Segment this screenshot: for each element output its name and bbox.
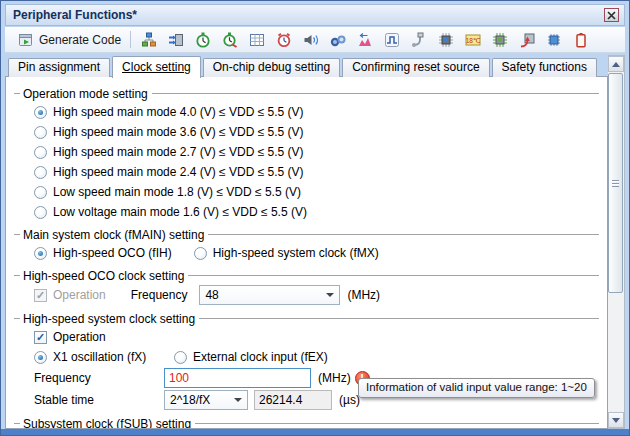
arrow-up-icon xyxy=(612,62,620,67)
stable-time-label: Stable time xyxy=(34,393,164,407)
radio-option-mode-16[interactable]: Low voltage main mode 1.6 (V) ≤ VDD ≤ 5.… xyxy=(34,202,599,222)
radio-option-hs-system-clock[interactable]: High-speed system clock (fMX) xyxy=(194,243,379,263)
oco-operation-label: Operation xyxy=(53,288,106,302)
tab-confirming-reset-source[interactable]: Confirming reset source xyxy=(342,58,489,77)
pulse-icon[interactable] xyxy=(384,32,400,48)
radio-button[interactable] xyxy=(34,206,47,219)
tab-clock-setting[interactable]: Clock setting xyxy=(112,56,201,78)
radio-option-mode-24[interactable]: High speed main mode 2.4 (V) ≤ VDD ≤ 5.5… xyxy=(34,162,599,182)
battery-icon[interactable] xyxy=(573,32,589,48)
tab-strip: Pin assignment Clock setting On-chip deb… xyxy=(5,55,608,77)
chip-io-icon[interactable] xyxy=(168,32,184,48)
oco-frequency-label: Frequency xyxy=(131,288,188,302)
hs-frequency-label: Frequency xyxy=(34,371,164,385)
chip-red-arrow-icon[interactable] xyxy=(519,32,535,48)
radio-button[interactable] xyxy=(34,247,47,260)
toolbar-icons: 18℃ xyxy=(141,32,589,48)
radio-option-external-clock[interactable]: External clock input (fEX) xyxy=(174,347,328,367)
stable-time-value: 26214.4 xyxy=(254,390,332,410)
scroll-up-button[interactable] xyxy=(608,56,624,72)
window-title: Peripheral Functions* xyxy=(13,8,604,22)
probe-icon[interactable] xyxy=(411,32,427,48)
stable-time-unit: (µs) xyxy=(339,393,360,407)
chip-blue-icon[interactable] xyxy=(546,32,562,48)
radio-button[interactable] xyxy=(194,247,207,260)
titlebar[interactable]: Peripheral Functions* xyxy=(5,4,625,26)
svg-text:18℃: 18℃ xyxy=(466,36,481,43)
generate-code-icon xyxy=(18,32,34,48)
chevron-down-icon xyxy=(234,398,242,402)
temperature-18c-icon[interactable]: 18℃ xyxy=(465,32,481,48)
hs-frequency-unit: (MHz) xyxy=(318,371,351,385)
clock-setting-panel: Operation mode setting High speed main m… xyxy=(5,76,608,429)
peripheral-functions-window: Peripheral Functions* Generate Code 1 xyxy=(0,0,630,436)
radio-option-hs-oco[interactable]: High-speed OCO (fIH) xyxy=(34,243,172,263)
radio-button[interactable] xyxy=(34,106,47,119)
oco-operation-checkbox xyxy=(34,289,47,302)
hs-frequency-input[interactable]: 100 xyxy=(164,368,311,388)
stopwatch-icon[interactable] xyxy=(195,32,211,48)
radio-button[interactable] xyxy=(34,126,47,139)
chip-pins-icon[interactable] xyxy=(438,32,454,48)
scroll-down-button[interactable] xyxy=(608,412,624,428)
radio-button[interactable] xyxy=(34,351,47,364)
group-header-operation-mode: Operation mode setting xyxy=(14,85,599,102)
stopwatch-alt-icon[interactable] xyxy=(222,32,238,48)
arrow-down-icon xyxy=(612,418,620,423)
close-button[interactable] xyxy=(604,8,619,22)
chip-green-icon[interactable] xyxy=(492,32,508,48)
stable-time-select[interactable]: 2^18/fX xyxy=(164,390,248,410)
generate-code-button[interactable]: Generate Code xyxy=(13,31,126,49)
thumb-grip-icon xyxy=(612,180,619,187)
scrollbar-track[interactable] xyxy=(608,72,624,412)
oco-frequency-select[interactable]: 48 xyxy=(199,285,340,305)
binoculars-icon[interactable] xyxy=(330,32,346,48)
tab-page-area: Pin assignment Clock setting On-chip deb… xyxy=(5,55,625,429)
close-icon xyxy=(607,11,616,20)
group-header-hs-oco: High-speed OCO clock setting xyxy=(14,267,599,284)
group-header-main-system-clock: Main system clock (fMAIN) setting xyxy=(14,226,599,243)
tab-pin-assignment[interactable]: Pin assignment xyxy=(8,58,110,77)
hs-operation-option[interactable]: Operation xyxy=(34,327,599,347)
blocks-icon[interactable] xyxy=(141,32,157,48)
radio-button[interactable] xyxy=(34,186,47,199)
toolbar: Generate Code 18℃ xyxy=(5,27,625,53)
generate-code-label: Generate Code xyxy=(39,33,121,47)
alarm-clock-icon[interactable] xyxy=(276,32,292,48)
oco-frequency-unit: (MHz) xyxy=(347,288,380,302)
vertical-scrollbar[interactable] xyxy=(608,55,625,429)
radio-option-mode-27[interactable]: High speed main mode 2.7 (V) ≤ VDD ≤ 5.5… xyxy=(34,142,599,162)
radio-option-mode-40[interactable]: High speed main mode 4.0 (V) ≤ VDD ≤ 5.5… xyxy=(34,102,599,122)
speaker-icon[interactable] xyxy=(303,32,319,48)
radio-button[interactable] xyxy=(34,166,47,179)
radio-button[interactable] xyxy=(34,146,47,159)
range-tooltip: Information of valid input value range: … xyxy=(358,378,595,398)
chevron-down-icon xyxy=(326,293,334,297)
group-header-hs-system: High-speed system clock setting xyxy=(14,310,599,327)
radio-option-mode-18[interactable]: Low speed main mode 1.8 (V) ≤ VDD ≤ 5.5 … xyxy=(34,182,599,202)
group-header-subsystem: Subsystem clock (fSUB) setting xyxy=(14,415,599,429)
radio-button[interactable] xyxy=(174,351,187,364)
waveform-icon[interactable] xyxy=(357,32,373,48)
toolbar-separator xyxy=(130,31,131,48)
radio-option-mode-36[interactable]: High speed main mode 3.6 (V) ≤ VDD ≤ 5.5… xyxy=(34,122,599,142)
tab-on-chip-debug-setting[interactable]: On-chip debug setting xyxy=(203,58,340,77)
hs-operation-checkbox[interactable] xyxy=(34,331,47,344)
scrollbar-thumb[interactable] xyxy=(608,73,623,293)
grid-icon[interactable] xyxy=(249,32,265,48)
radio-option-x1-oscillation[interactable]: X1 oscillation (fX) xyxy=(34,347,146,367)
tab-safety-functions[interactable]: Safety functions xyxy=(492,58,597,77)
